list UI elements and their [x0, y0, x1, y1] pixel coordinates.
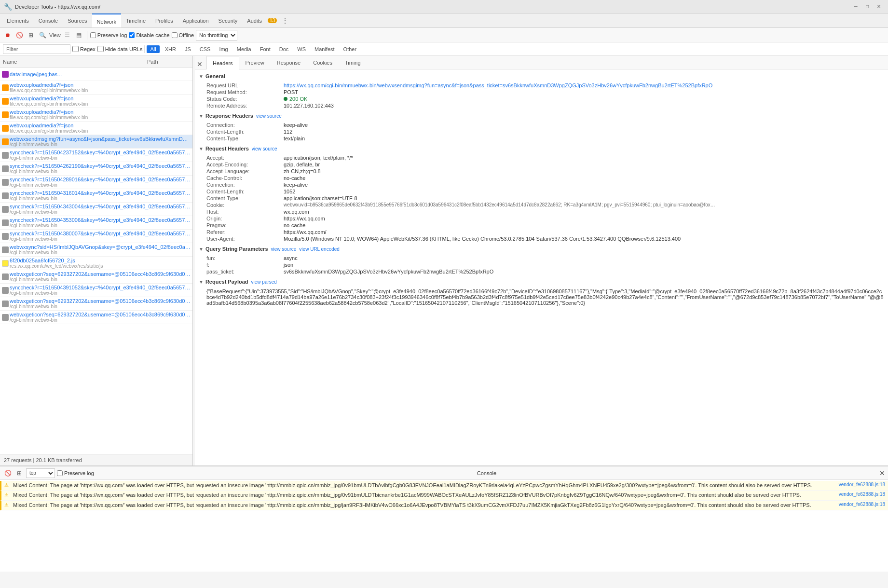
console-close-button[interactable]: ✕ — [879, 469, 885, 477]
request-name: webwxgeticon?seq=629327202&username=@051… — [10, 312, 191, 317]
detail-tab-headers[interactable]: Headers — [206, 56, 239, 69]
request-icon — [2, 138, 9, 145]
tab-security[interactable]: Security — [214, 14, 243, 28]
tab-sources[interactable]: Sources — [63, 14, 92, 28]
detail-tab-response[interactable]: Response — [271, 56, 307, 69]
filter-type-xhr[interactable]: XHR — [162, 45, 179, 53]
console-context-select[interactable]: top — [26, 468, 55, 478]
regex-label[interactable]: Regex — [80, 46, 96, 52]
request-item[interactable]: webwxuploadmedia?f=jsonfile.wx.qq.com/cg… — [0, 81, 192, 95]
requests-footer-text: 27 requests | 20.1 KB transferred — [4, 457, 82, 463]
console-log-source[interactable]: vendor_fe62888.js:18 — [839, 492, 885, 497]
request-item[interactable]: synccheck?r=1516504353006&skey=%40crypt_… — [0, 216, 192, 230]
preserve-log-checkbox[interactable] — [90, 32, 96, 38]
record-button[interactable]: ⏺ — [3, 30, 13, 40]
console-clear-button[interactable]: 🚫 — [3, 468, 13, 478]
request-item[interactable]: synccheck?r=1516504343004&skey=%40crypt_… — [0, 203, 192, 216]
hide-data-urls-label[interactable]: Hide data URLs — [105, 46, 143, 52]
filter-type-js[interactable]: JS — [181, 45, 194, 53]
view-list-button[interactable]: ☰ — [63, 30, 72, 40]
request-name: data:image/jpeg;bas... — [10, 71, 191, 77]
console-log-source[interactable]: vendor_fe62888.js:18 — [839, 502, 885, 507]
request-item[interactable]: synccheck?r=1516504237152&skey=%40crypt_… — [0, 149, 192, 162]
clear-button[interactable]: 🚫 — [14, 30, 24, 40]
resp-content-type-key: Content-Type: — [206, 136, 284, 141]
request-item[interactable]: webwxsendmsgimg?fun=async&f=json&pass_ti… — [0, 135, 192, 149]
request-item[interactable]: webwxuploadmedia?f=jsonfile.wx.qq.com/cg… — [0, 95, 192, 108]
disable-cache-checkbox[interactable] — [129, 32, 135, 38]
request-icon — [2, 71, 9, 78]
request-item[interactable]: webwxgeticon?seq=629327202&username=@051… — [0, 270, 192, 284]
status-code-key: Status Code: — [206, 96, 284, 102]
filter-type-manifest[interactable]: Manifest — [311, 45, 338, 53]
request-url-value[interactable]: https://wx.qq.com/cgi-bin/mmuebwx-bin/we… — [284, 82, 884, 88]
request-name: synccheck?r=1516504343004&skey=%40crypt_… — [10, 204, 191, 209]
request-item[interactable]: synccheck?r=1516504289016&skey=%40crypt_… — [0, 176, 192, 189]
request-item[interactable]: synccheck?r=1516504316014&skey=%40crypt_… — [0, 189, 192, 203]
close-button[interactable]: ✕ — [874, 2, 884, 11]
offline-label[interactable]: Offline — [179, 32, 194, 38]
req-header-value: Mozilla/5.0 (Windows NT 10.0; WOW64) App… — [284, 236, 884, 242]
query-params-view-source[interactable]: view source — [271, 246, 297, 252]
request-item[interactable]: synccheck?r=1516504380007&skey=%40crypt_… — [0, 230, 192, 243]
minimize-button[interactable]: ─ — [850, 2, 861, 11]
request-headers-view-source[interactable]: view source — [252, 146, 277, 151]
tab-audits[interactable]: Audits — [242, 14, 267, 28]
query-params-view-url[interactable]: view URL encoded — [299, 246, 340, 252]
filter-type-ws[interactable]: WS — [294, 45, 309, 53]
offline-checkbox[interactable] — [172, 32, 178, 38]
search-button[interactable]: 🔍 — [38, 30, 47, 40]
request-icon — [2, 165, 9, 172]
throttling-select[interactable]: No throttling — [196, 30, 237, 41]
console-preserve-log-checkbox[interactable] — [57, 470, 63, 476]
detail-tab-preview[interactable]: Preview — [239, 56, 271, 69]
tab-network[interactable]: Network — [92, 14, 121, 28]
request-payload-section-header[interactable]: ▼ Request Payload view parsed — [195, 277, 888, 287]
tab-timeline[interactable]: Timeline — [121, 14, 150, 28]
more-tabs-button[interactable]: ⋮ — [279, 17, 291, 25]
filter-type-img[interactable]: Img — [216, 45, 231, 53]
filter-button[interactable]: ⊞ — [26, 30, 36, 40]
view-grid-button[interactable]: ▤ — [74, 30, 84, 40]
preserve-log-label[interactable]: Preserve log — [97, 32, 127, 38]
regex-checkbox[interactable] — [72, 46, 79, 52]
request-item[interactable]: webwxgeticon?seq=629327202&username=@051… — [0, 311, 192, 324]
hide-data-urls-checkbox[interactable] — [97, 46, 104, 52]
req-header-key: Referer: — [206, 229, 284, 235]
general-section-header[interactable]: ▼ General — [195, 71, 888, 81]
disable-cache-label[interactable]: Disable cache — [136, 32, 169, 38]
console-log-source[interactable]: vendor_fe62888.js:18 — [839, 482, 885, 487]
console-filter-button[interactable]: ⊞ — [14, 468, 24, 478]
tab-application[interactable]: Application — [178, 14, 214, 28]
tab-console[interactable]: Console — [34, 14, 63, 28]
filter-type-doc[interactable]: Doc — [276, 45, 292, 53]
detail-tab-timing[interactable]: Timing — [339, 56, 367, 69]
response-headers-section-header[interactable]: ▼ Response Headers view source — [195, 111, 888, 121]
request-icon — [2, 84, 9, 91]
console-preserve-log-label[interactable]: Preserve log — [64, 470, 94, 476]
request-item[interactable]: webwxsync?sid=HS/ImblJQbAVGnop&skey=@cry… — [0, 243, 192, 257]
filter-type-css[interactable]: CSS — [196, 45, 214, 53]
tab-profiles[interactable]: Profiles — [150, 14, 178, 28]
filter-type-font[interactable]: Font — [257, 45, 274, 53]
request-item[interactable]: synccheck?r=1516504262190&skey=%40crypt_… — [0, 162, 192, 176]
request-headers-section-header[interactable]: ▼ Request Headers view source — [195, 144, 888, 153]
request-item[interactable]: data:image/jpeg;bas... — [0, 68, 192, 81]
response-headers-view-source[interactable]: view source — [256, 113, 282, 119]
filter-input[interactable] — [3, 44, 70, 54]
req-header-key: Connection: — [206, 182, 284, 188]
restore-button[interactable]: □ — [862, 2, 873, 11]
filter-type-other[interactable]: Other — [340, 45, 360, 53]
request-payload-view-parsed[interactable]: view parsed — [251, 279, 277, 285]
request-item[interactable]: webwxgeticon?seq=629327202&username=@051… — [0, 297, 192, 311]
request-item[interactable]: webwxuploadmedia?f=jsonfile.wx.qq.com/cg… — [0, 122, 192, 135]
filter-type-all[interactable]: All — [147, 45, 159, 53]
detail-close-icon[interactable]: ✕ — [195, 59, 205, 69]
tab-elements[interactable]: Elements — [2, 14, 34, 28]
request-item[interactable]: 6f20db025aa6fcf56720_2.jsres.wx.qq.com/a… — [0, 257, 192, 270]
detail-tab-cookies[interactable]: Cookies — [307, 56, 339, 69]
request-item[interactable]: synccheck?r=1516504391052&skey=%40crypt_… — [0, 284, 192, 297]
query-params-section-header[interactable]: ▼ Query String Parameters view source vi… — [195, 244, 888, 254]
filter-type-media[interactable]: Media — [233, 45, 255, 53]
request-item[interactable]: webwxuploadmedia?f=jsonfile.wx.qq.com/cg… — [0, 108, 192, 122]
